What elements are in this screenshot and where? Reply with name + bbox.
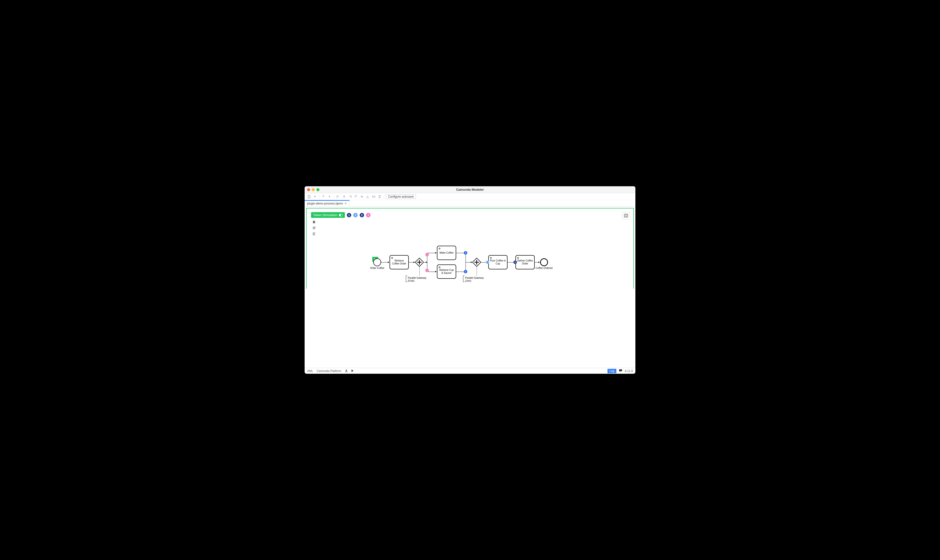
token-counter: 1: [513, 260, 517, 264]
sequence-flow: [535, 262, 539, 263]
toolbar: ▾ ▾ Configure autosave: [305, 193, 635, 200]
minimap-button[interactable]: [622, 212, 630, 219]
task-label: Make Coffee: [440, 251, 454, 254]
counter-badge[interactable]: 2: [360, 213, 364, 217]
xml-button[interactable]: XML: [307, 369, 313, 373]
bpmn-diagram: Order Coffee ⚙ Retrieve Coffee Order 1: [361, 243, 553, 289]
app-window: Camunda Modeler ▾ ▾ Configure autosave p…: [305, 186, 635, 374]
play-icon[interactable]: [351, 369, 354, 373]
distribute-v-button[interactable]: [377, 194, 382, 199]
task-label: Pour Coffee in Cup: [490, 259, 506, 265]
platform-label[interactable]: Camunda Platform: [317, 369, 341, 373]
titlebar: Camunda Modeler: [305, 186, 635, 193]
token-counter: 1: [464, 270, 467, 273]
file-tab[interactable]: plugin-demo-process.bpmn ✕: [305, 200, 350, 206]
start-event[interactable]: [373, 258, 381, 266]
token-counter: 1: [425, 269, 429, 272]
traffic-lights: [307, 188, 319, 191]
svg-rect-1: [374, 196, 375, 197]
configure-autosave-button[interactable]: Configure autosave: [386, 194, 416, 199]
end-event-label: Coffee Ordered: [535, 267, 553, 269]
simulation-canvas: Token Simulation 1 1 2 2: [306, 208, 634, 289]
task-retrieve-cup[interactable]: ⚙ Retrieve Cup & Saucer: [437, 265, 456, 279]
dropdown-icon[interactable]: ▾: [313, 194, 317, 199]
task-label: Deliver Coffee Order: [517, 259, 533, 265]
simulation-tools: [311, 219, 317, 237]
start-event-label: Order Coffee: [369, 267, 385, 269]
minimize-window-button[interactable]: [312, 188, 315, 191]
token-simulation-toggle[interactable]: Token Simulation: [311, 212, 345, 218]
annotation-text: Parallel Gateway (Fork): [408, 277, 430, 283]
reset-button[interactable]: [311, 225, 317, 231]
end-event[interactable]: [540, 258, 548, 266]
svg-rect-3: [379, 197, 381, 198]
sequence-flow: [427, 253, 436, 253]
svg-rect-0: [373, 196, 373, 197]
counter-badge[interactable]: 1: [353, 213, 358, 217]
version-label: 4.11.0: [625, 369, 633, 373]
svg-rect-2: [379, 195, 381, 196]
task-pour-coffee[interactable]: ⚙ Pour Coffee in Cup: [488, 255, 507, 269]
gateway-fork[interactable]: [415, 258, 424, 267]
sequence-flow: [424, 262, 427, 263]
task-label: Retrieve Coffee Order: [391, 259, 407, 265]
token-simulation-label: Token Simulation: [313, 213, 337, 217]
annotation-bracket: [406, 275, 407, 282]
task-deliver[interactable]: ⚙ Deliver Coffee Order: [515, 255, 535, 269]
token-counter: 1: [464, 251, 467, 255]
align-center-button[interactable]: [342, 194, 347, 199]
svg-rect-15: [619, 369, 622, 371]
svg-rect-5: [314, 221, 315, 223]
service-task-icon: ⚙: [438, 266, 441, 269]
log-button[interactable]: Log: [607, 369, 616, 373]
service-task-icon: ⚙: [490, 257, 492, 260]
tab-label: plugin-demo-process.bpmn: [307, 202, 343, 205]
align-middle-button[interactable]: [359, 194, 364, 199]
window-title: Camunda Modeler: [456, 188, 484, 191]
align-bottom-button[interactable]: [365, 194, 370, 199]
task-retrieve-order[interactable]: ⚙ Retrieve Coffee Order: [390, 255, 409, 269]
tab-bar: plugin-demo-process.bpmn ✕: [305, 200, 635, 206]
align-left-button[interactable]: [336, 194, 341, 199]
service-task-icon: ⚙: [391, 257, 393, 260]
service-task-icon: ⚙: [438, 247, 441, 250]
sequence-flow: [465, 262, 472, 263]
distribute-h-button[interactable]: [371, 194, 376, 199]
task-make-coffee[interactable]: ⚙ Make Coffee: [437, 246, 456, 260]
annotation-text: Parallel Gateway (Join): [465, 277, 487, 283]
token-counter: 1: [486, 260, 489, 264]
service-task-icon: ⚙: [517, 257, 519, 260]
new-file-button[interactable]: [307, 194, 311, 199]
close-window-button[interactable]: [307, 188, 310, 191]
gateway-join[interactable]: [472, 258, 481, 267]
token-counter: 1: [425, 253, 429, 256]
association: [419, 267, 420, 275]
close-tab-icon[interactable]: ✕: [344, 202, 347, 205]
simulation-controls: Token Simulation 1 1 2 2: [311, 212, 370, 218]
sequence-flow: [381, 262, 389, 263]
canvas-container: Token Simulation 1 1 2 2: [305, 206, 635, 289]
deploy-icon[interactable]: [345, 369, 348, 373]
feedback-icon[interactable]: [619, 369, 622, 373]
counter-badge[interactable]: 2: [366, 213, 370, 217]
align-right-button[interactable]: [348, 194, 353, 199]
toggle-switch-icon: [339, 214, 343, 216]
statusbar: XML Camunda Platform Log 4.11.0: [305, 368, 635, 374]
annotation-bracket: [463, 275, 465, 282]
sequence-flow: [409, 262, 415, 263]
align-top-button[interactable]: [353, 194, 358, 199]
task-label: Retrieve Cup & Saucer: [438, 269, 455, 275]
svg-marker-14: [351, 369, 353, 372]
svg-rect-4: [313, 221, 314, 223]
log-toggle-button[interactable]: [311, 231, 317, 237]
counter-badge[interactable]: 1: [347, 213, 351, 217]
maximize-window-button[interactable]: [316, 188, 319, 191]
tool-lasso-button[interactable]: [321, 194, 326, 199]
pause-button[interactable]: [311, 219, 317, 225]
dropdown-icon[interactable]: ▾: [327, 194, 332, 199]
